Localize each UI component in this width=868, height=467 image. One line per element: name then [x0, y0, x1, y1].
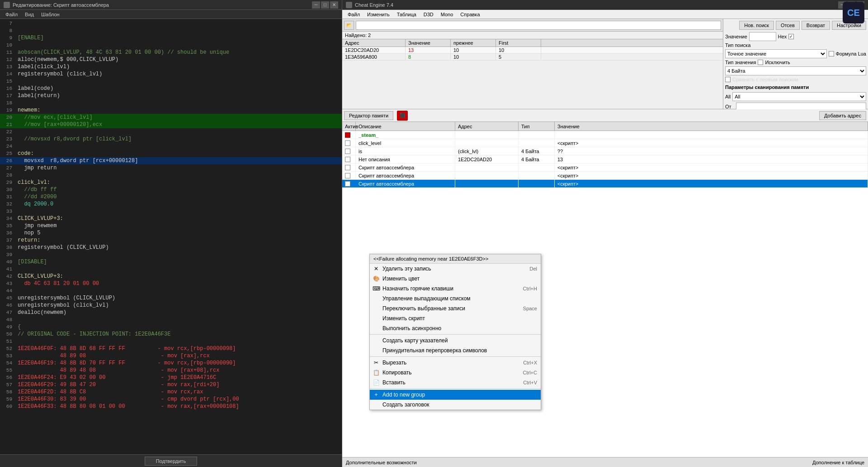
stop-scan-button[interactable]: ⬛ — [397, 111, 408, 121]
addr-row-click-level[interactable]: click_level <скрипт> — [342, 139, 868, 147]
addr-cell: 1E2DC20AD20 — [342, 47, 406, 53]
results-row-2[interactable]: 1E3A596A800 8 10 5 — [342, 54, 723, 61]
window-icon — [4, 2, 10, 8]
code-line: 10 — [0, 42, 342, 49]
ctx-toggle-label: Переключить выбранные записи — [382, 305, 465, 312]
row-checkbox[interactable] — [345, 181, 350, 187]
code-line: 53 48 89 08 - mov [rax],rcx — [0, 352, 342, 360]
addr-row-script2[interactable]: Скрипт автоассемблера <скрипт> — [342, 172, 868, 180]
search-value-input[interactable]: 10 — [749, 32, 776, 41]
ce-menu-d3d[interactable]: D3D — [420, 11, 437, 18]
code-line: 39 — [0, 251, 342, 258]
ctx-rescan-item[interactable]: Принудительная перепроверка символов — [370, 346, 541, 355]
ctx-toggle-item[interactable]: Переключить выбранные записи Space — [370, 304, 541, 313]
row-checkbox[interactable] — [345, 165, 350, 170]
type-cell: 4 Байта — [519, 155, 555, 163]
row-checkbox[interactable] — [345, 140, 350, 146]
menu-file[interactable]: Файл — [2, 11, 21, 18]
memory-editor-button[interactable]: Редактор памяти — [344, 111, 393, 120]
ce-menu-edit[interactable]: Изменить — [363, 11, 393, 18]
new-search-button[interactable]: Нов. поиск — [739, 21, 774, 30]
context-separator-3 — [370, 388, 541, 389]
minimize-button[interactable]: ─ — [312, 1, 320, 9]
row-checkbox[interactable] — [345, 173, 350, 178]
ctx-async-label: Выполнить асинхронно — [382, 325, 441, 332]
row-checkbox[interactable] — [345, 149, 350, 154]
ctx-addtogroup-item[interactable]: + Add to new group — [370, 390, 541, 400]
addr-row-script3[interactable]: Скрипт автоассемблера <скрипт> — [342, 180, 868, 188]
ctx-hotkey-label: Назначить горячие клавиши — [382, 285, 453, 292]
close-button[interactable]: ✕ — [330, 1, 338, 9]
addr-col-header: Адрес — [342, 39, 406, 47]
code-line: 37return: — [0, 237, 342, 244]
code-line: 30 //db ff ff — [0, 186, 342, 193]
async-icon — [373, 325, 380, 332]
formula-lua-label: Формула Lua — [836, 51, 867, 56]
code-line: 7 — [0, 20, 342, 27]
active-cell — [342, 163, 356, 171]
ce-menu-table[interactable]: Таблица — [393, 11, 420, 18]
compare-first-checkbox[interactable] — [725, 77, 731, 82]
all-select[interactable]: All — [732, 92, 866, 101]
return-button[interactable]: Возврат — [802, 21, 830, 30]
addr-row-is[interactable]: is (click_lvl) 4 Байта ?? — [342, 147, 868, 155]
process-name-input[interactable]: 00001D5C-IdleDragons.exe — [356, 21, 721, 30]
addr-table-header: Актив Описание Адрес Тип Значение — [342, 122, 868, 131]
from-label: От — [725, 104, 734, 109]
scan-type-select[interactable]: Точное значение — [725, 49, 827, 58]
addr-row-script1[interactable]: Скрипт автоассемблера <скрипт> — [342, 163, 868, 172]
formula-lua-checkbox[interactable] — [829, 51, 834, 56]
ctx-cut-item[interactable]: ✂ Вырезать Ctrl+X — [370, 358, 541, 368]
value-control-row: Значение 10 Hex — [725, 32, 866, 41]
ctx-editscript-item[interactable]: Изменить скрипт — [370, 313, 541, 323]
type-header: Тип — [519, 122, 555, 131]
addr-row-nodesc[interactable]: Нет описания 1E2DC20AD20 4 Байта 13 — [342, 155, 868, 163]
results-row-1[interactable]: 1E2DC20AD20 13 10 10 — [342, 47, 723, 54]
exclude-checkbox[interactable] — [758, 60, 763, 65]
prev-cell: 10 — [451, 54, 496, 60]
type-cell — [519, 180, 555, 187]
code-line: 42CLICK_LVLUP+3: — [0, 273, 342, 280]
confirm-button[interactable]: Подтвердить — [145, 457, 197, 466]
ctx-copy-item[interactable]: 📋 Копировать Ctrl+C — [370, 368, 541, 378]
color-icon: 🎨 — [373, 275, 380, 282]
ctx-paste-item[interactable]: 📄 Вставить Ctrl+V — [370, 378, 541, 388]
status-left-label: Дополнительные возможности — [346, 460, 812, 465]
filter-button[interactable]: Отсев — [776, 21, 800, 30]
ce-menu-help[interactable]: Справка — [457, 11, 483, 18]
all-row: All All — [725, 92, 866, 101]
status-right-label: Дополнение к таблице — [812, 460, 864, 465]
code-line: 49{ — [0, 323, 342, 331]
dropdown-icon — [373, 295, 380, 302]
code-editor[interactable]: 7 8 9[ENABLE] 10 11aobscan(CLICK_LVLUP, … — [0, 19, 342, 454]
menu-view[interactable]: Вид — [21, 11, 38, 18]
menu-template[interactable]: Шаблон — [38, 11, 63, 18]
ce-menu-file[interactable]: Файл — [344, 11, 363, 18]
value-cell: <скрипт> — [555, 163, 868, 171]
code-line: 38registersymbol (CLICK_LVLUP) — [0, 244, 342, 251]
ctx-hotkey-item[interactable]: ⌨ Назначить горячие клавиши Ctrl+H — [370, 284, 541, 294]
hex-checkbox[interactable] — [788, 34, 794, 39]
ctx-createheader-item[interactable]: Создать заголовок — [370, 400, 541, 410]
code-line: 32 dq 2000.0 — [0, 201, 342, 208]
code-line: 28 — [0, 172, 342, 179]
add-address-button[interactable]: Добавить адрес — [819, 111, 866, 120]
open-process-icon-btn[interactable]: 📂 — [344, 21, 354, 30]
createheader-icon — [373, 401, 380, 408]
addr-row-steam[interactable]: _steam_ — [342, 131, 868, 139]
restore-button[interactable]: □ — [321, 1, 329, 9]
ctx-cut-shortcut: Ctrl+X — [523, 360, 537, 365]
value-type-select[interactable]: 4 Байта — [725, 66, 866, 75]
ce-menu-mono[interactable]: Mono — [437, 11, 457, 18]
ctx-color-item[interactable]: 🎨 Изменить цвет — [370, 274, 541, 284]
process-bar: 📂 00001D5C-IdleDragons.exe — [342, 19, 723, 32]
ctx-delete-item[interactable]: ✕ Удалить эту запись Del — [370, 264, 541, 274]
value-cell — [555, 131, 868, 139]
code-line: 44 — [0, 287, 342, 294]
code-line: 24 — [0, 143, 342, 150]
ctx-pointermap-item[interactable]: Создать карту указателей — [370, 336, 541, 346]
row-checkbox[interactable] — [345, 157, 350, 162]
code-line: 36 nop 5 — [0, 229, 342, 237]
ctx-dropdown-item[interactable]: Управление выпадающим списком — [370, 294, 541, 304]
ctx-async-item[interactable]: Выполнить асинхронно — [370, 323, 541, 333]
